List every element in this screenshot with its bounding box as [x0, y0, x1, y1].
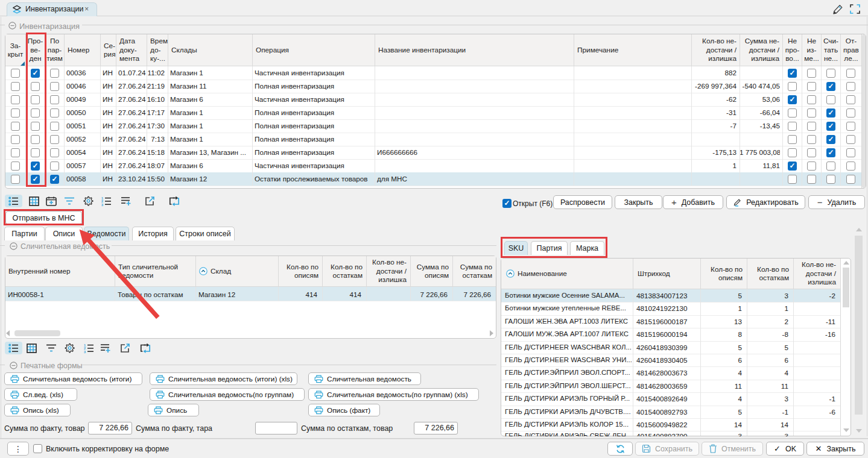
- svg-text:3: 3: [101, 203, 103, 206]
- svg-text:3: 3: [84, 350, 86, 353]
